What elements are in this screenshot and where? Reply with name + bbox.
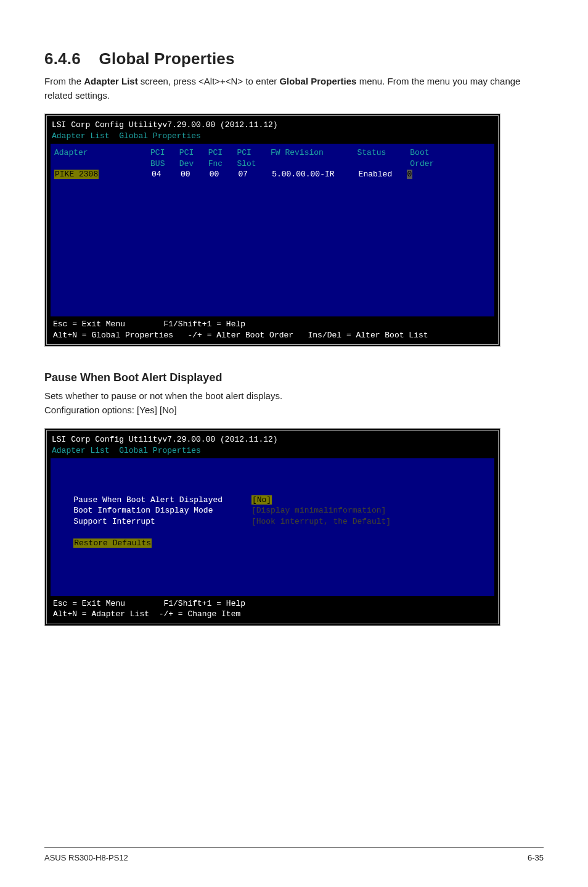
- bios2-tabs: Adapter List Global Properties: [51, 445, 494, 459]
- val-support-int: [Hook interrupt, the Default]: [251, 517, 391, 526]
- intro-bold-1: Adapter List: [84, 76, 138, 86]
- bios-screenshot-global-properties: LSI Corp Config Utility v7.29.00.00 (201…: [44, 428, 500, 626]
- bios1-footer-alter: -/+ = Alter Boot Order: [187, 331, 293, 340]
- intro-bold-2: Global Properties: [279, 76, 356, 86]
- bios2-footer-esc: Esc = Exit Menu: [53, 599, 125, 608]
- section-number: 6.4.6: [44, 49, 81, 68]
- footer-page-number: 6-35: [528, 853, 544, 862]
- bios2-titlebar: LSI Corp Config Utility v7.29.00.00 (201…: [51, 433, 494, 445]
- bios2-version: v7.29.00.00 (2012.11.12): [162, 434, 277, 445]
- bios-screenshot-adapter-list: LSI Corp Config Utility v7.29.00.00 (201…: [44, 113, 500, 347]
- val-boot-info: [Display minimalinformation]: [251, 506, 386, 515]
- sub-desc2: Configuration options: [Yes] [No]: [44, 405, 177, 415]
- footer-product: ASUS RS300-H8-PS12: [44, 853, 128, 862]
- opt-boot-info: Boot Information Display Mode: [73, 506, 213, 515]
- opt-restore-defaults: Restore Defaults: [73, 538, 152, 548]
- bios2-footer-change: -/+ = Change Item: [159, 609, 241, 619]
- row-status: Enabled: [359, 170, 393, 179]
- bios1-footer-help: F1/Shift+1 = Help: [163, 320, 245, 329]
- bios2-footer-help: F1/Shift+1 = Help: [163, 599, 245, 608]
- sub-desc1: Sets whether to pause or not when the bo…: [44, 390, 282, 401]
- intro-pre: From the: [44, 76, 84, 86]
- page-footer: ASUS RS300-H8-PS12 6-35: [44, 848, 544, 862]
- row-boot-order: 0: [407, 170, 413, 179]
- bios2-body: Pause When Boot Alert Displayed [No] Boo…: [51, 458, 494, 596]
- row-adapter-name: PIKE 2308: [54, 170, 99, 179]
- subsection-heading: Pause When Boot Alert Displayed: [44, 371, 544, 384]
- row-bus: 04: [152, 170, 161, 179]
- intro-mid: screen, press <Alt>+<N> to enter: [138, 76, 280, 86]
- intro-paragraph: From the Adapter List screen, press <Alt…: [44, 75, 544, 102]
- bios2-util-name: LSI Corp Config Utility: [52, 434, 162, 445]
- bios1-footer-insdel: Ins/Del = Alter Boot List: [308, 331, 428, 340]
- bios1-util-name: LSI Corp Config Utility: [52, 120, 162, 131]
- col-adapter: Adapter PCI PCI PCI PCI FW Revision Stat…: [54, 148, 434, 168]
- bios1-version: v7.29.00.00 (2012.11.12): [162, 120, 277, 131]
- bios1-tabs: Adapter List Global Properties: [51, 131, 494, 144]
- section-heading: 6.4.6 Global Properties: [44, 49, 544, 68]
- row-fw: 5.00.00.00-IR: [272, 170, 334, 179]
- bios1-titlebar: LSI Corp Config Utility v7.29.00.00 (201…: [51, 118, 494, 131]
- row-fnc: 00: [210, 170, 219, 179]
- bios1-body: Adapter PCI PCI PCI PCI FW Revision Stat…: [51, 144, 494, 316]
- bios2-footer-altn: Alt+N = Adapter List: [53, 609, 149, 619]
- subsection-desc: Sets whether to pause or not when the bo…: [44, 389, 544, 417]
- val-pause: [No]: [251, 495, 272, 505]
- row-slot: 07: [239, 170, 248, 179]
- row-dev: 00: [181, 170, 190, 179]
- bios1-footer: Esc = Exit Menu F1/Shift+1 = Help Alt+N …: [51, 316, 494, 342]
- bios1-footer-altn: Alt+N = Global Properties: [53, 331, 173, 340]
- bios1-footer-esc: Esc = Exit Menu: [53, 320, 125, 329]
- opt-support-int: Support Interrupt: [73, 517, 155, 526]
- section-title-text: Global Properties: [99, 49, 235, 68]
- bios2-footer: Esc = Exit Menu F1/Shift+1 = Help Alt+N …: [51, 596, 494, 621]
- opt-pause: Pause When Boot Alert Displayed: [73, 495, 223, 505]
